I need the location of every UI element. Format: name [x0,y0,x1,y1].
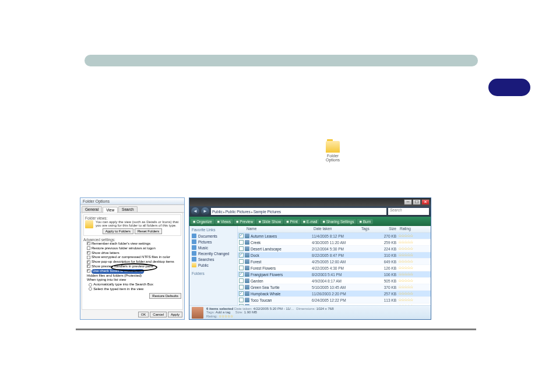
adv-checkbox[interactable]: Remember each folder's view settings [87,242,181,246]
row-checkbox[interactable] [239,259,244,264]
toolbar-e-mail[interactable]: ■E-mail [301,219,320,224]
apply-button[interactable]: Apply [168,312,182,317]
col-name[interactable]: Name [245,226,312,232]
file-icon [245,298,249,302]
file-row[interactable]: Frangipani Flowers8/2/2003 5:41 PM106 KB… [238,271,431,278]
adv-checkbox[interactable]: Show preview handlers in preview pane [87,264,181,269]
file-row[interactable]: Creek4/30/2005 11:20 AM259 KB☆☆☆☆☆ [238,239,431,246]
sidebar: Favorite Links DocumentsPicturesMusicRec… [189,226,237,305]
folder-options-label: Folder Options [323,154,342,162]
sidebar-item-music[interactable]: Music [192,245,235,250]
crumb-0[interactable]: Public [212,210,223,214]
thumbnail-icon [192,307,203,319]
reset-folders-button[interactable]: Reset Folders [135,228,162,234]
toolbar-organize[interactable]: ■Organize [191,219,214,224]
row-checkbox[interactable] [239,272,244,277]
col-tags[interactable]: Tags [360,226,377,232]
column-headers[interactable]: Name Date taken Tags Size Rating [238,226,431,233]
toolbar-preview[interactable]: ■Preview [234,219,255,224]
row-checkbox[interactable] [239,266,244,270]
file-icon [245,285,249,289]
toolbar-print[interactable]: ■Print [284,219,300,224]
dialog-title: Folder Options [80,198,184,205]
folder-icon [326,141,340,153]
search-input[interactable]: Search [388,208,429,215]
file-row[interactable]: Toco Toucan6/24/2005 12:22 PM113 KB☆☆☆☆☆ [238,297,431,303]
address-bar[interactable]: Public▸ Public Pictures▸ Sample Pictures [211,208,386,215]
file-icon [245,272,249,277]
row-checkbox[interactable] [239,240,244,245]
row-checkbox[interactable] [239,304,244,305]
file-row[interactable]: Desert Landscape2/12/2004 5:30 PM224 KB☆… [238,246,431,252]
crumb-2[interactable]: Sample Pictures [254,210,281,214]
row-checkbox[interactable] [239,285,244,289]
tab-view[interactable]: View [103,207,118,213]
row-checkbox[interactable] [239,246,244,251]
row-checkbox[interactable] [239,278,244,283]
sidebar-item-searches[interactable]: Searches [192,256,235,262]
dialog-tabs: General View Search [80,205,184,213]
tab-search[interactable]: Search [118,206,138,212]
details-pane: 6 items selected Date taken: 4/22/2005 5… [189,305,431,319]
file-row[interactable]: Humpback Whale11/26/2003 2:20 PM257 KB☆☆… [238,291,431,297]
file-icon [245,266,249,270]
col-size[interactable]: Size [377,226,398,232]
row-checkbox[interactable] [239,253,244,257]
maximize-button[interactable]: ☐ [413,199,421,205]
adv-checkbox[interactable]: Show encrypted or compressed NTFS files … [87,255,181,260]
restore-defaults-button[interactable]: Restore Defaults [149,293,181,299]
file-icon [245,291,249,296]
sidebar-item-recently-changed[interactable]: Recently Changed [192,250,235,256]
folder-options-shortcut[interactable]: Folder Options [323,141,342,162]
file-icon [245,253,249,257]
sidebar-item-pictures[interactable]: Pictures [192,239,235,245]
row-checkbox[interactable] [239,298,244,302]
file-row[interactable]: Dock8/22/2005 8:47 PM310 KB☆☆☆☆☆ [238,252,431,259]
row-checkbox[interactable] [239,234,244,238]
back-button[interactable]: ◄ [191,207,199,216]
advanced-label: Advanced settings: [83,238,181,242]
file-icon [245,240,249,245]
file-row[interactable]: Autumn Leaves11/4/2005 8:12 PM270 KB☆☆☆☆… [238,233,431,239]
toolbar-slide-show[interactable]: ■Slide Show [256,219,283,224]
col-date[interactable]: Date taken [312,226,360,232]
minimize-button[interactable]: ─ [404,199,412,205]
col-rating[interactable]: Rating [398,226,431,232]
file-row[interactable]: Forest4/25/2005 12:00 AM649 KB☆☆☆☆☆ [238,259,431,265]
toolbar-views[interactable]: ■Views [215,219,233,224]
file-row[interactable]: Green Sea Turtle5/10/2005 10:45 AM370 KB… [238,284,431,291]
adv-highlighted[interactable]: Use check boxes to select items [87,269,181,274]
row-checkbox[interactable] [239,291,244,296]
adv-radio[interactable]: Automatically type into the Search Box [87,282,181,287]
file-list: Autumn Leaves11/4/2005 8:12 PM270 KB☆☆☆☆… [238,233,431,305]
crumb-1[interactable]: Public Pictures [226,210,251,214]
apply-to-folders-button[interactable]: Apply to Folders [103,228,133,234]
toolbar-sharing-settings[interactable]: ■Sharing Settings [320,219,356,224]
close-button[interactable]: ✕ [421,199,430,205]
adv-radio[interactable]: Select the typed item in the view [87,287,181,292]
decorative-pill [488,79,530,96]
ok-button[interactable]: OK [138,312,149,317]
forward-button[interactable]: ► [201,207,209,216]
toolbar-burn[interactable]: ■Burn [357,219,373,224]
file-icon [245,278,249,283]
file-row[interactable]: Garden4/9/2004 8:17 AM505 KB☆☆☆☆☆ [238,278,431,284]
file-row[interactable]: Forest Flowers4/22/2005 4:30 PM126 KB☆☆☆… [238,265,431,271]
sidebar-item-documents[interactable]: Documents [192,233,235,239]
sidebar-item-public[interactable]: Public [192,262,235,268]
divider [76,329,476,330]
folders-header[interactable]: Folders [192,271,235,276]
adv-label: When typing into list view [87,278,181,282]
explorer-window: ─ ☐ ✕ ◄ ► Public▸ Public Pictures▸ Sampl… [189,197,431,320]
adv-checkbox[interactable]: Show drive letters [87,251,181,256]
file-icon [245,246,249,251]
tab-general[interactable]: General [82,206,102,212]
file-icon [245,259,249,264]
adv-checkbox[interactable]: Restore previous folder windows at logon [87,246,181,251]
cancel-button[interactable]: Cancel [150,312,167,317]
adv-checkbox[interactable]: Show pop-up description for folder and d… [87,260,181,264]
rating-stars[interactable]: ☆☆☆☆☆ [219,315,233,318]
advanced-settings-tree[interactable]: Remember each folder's view settingsRest… [83,242,181,292]
folder-views-frame: Folder views: You can apply the view (su… [83,214,181,236]
nav-row: ◄ ► Public▸ Public Pictures▸ Sample Pict… [189,206,431,217]
